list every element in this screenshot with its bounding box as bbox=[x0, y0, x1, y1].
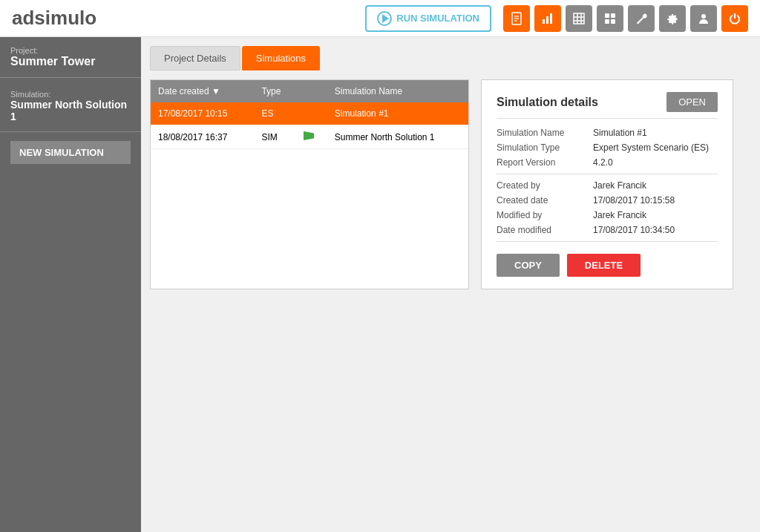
logo-ad: ad bbox=[12, 7, 34, 29]
details-divider-2 bbox=[497, 241, 718, 242]
svg-rect-12 bbox=[605, 13, 609, 18]
svg-rect-14 bbox=[605, 19, 609, 24]
col-date: Date created ▼ bbox=[151, 80, 254, 102]
sidebar-simulation-section: Simulation: Summer North Solution 1 bbox=[0, 81, 141, 128]
tab-simulations[interactable]: Simulations bbox=[242, 46, 320, 70]
row2-name: Summer North Solution 1 bbox=[327, 125, 468, 149]
detail-val-sim-name: Simulation #1 bbox=[593, 128, 647, 138]
logo: adsimulo bbox=[12, 7, 96, 30]
table-row[interactable]: 18/08/2017 16:37 SIM Summer North Soluti… bbox=[151, 125, 468, 149]
svg-point-16 bbox=[701, 14, 706, 19]
action-buttons: COPY DELETE bbox=[497, 254, 718, 277]
tiles-icon[interactable] bbox=[597, 5, 623, 32]
main-content: Project Details Simulations Date created… bbox=[141, 37, 760, 532]
detail-row-report-ver: Report Version 4.2.0 bbox=[497, 157, 718, 168]
detail-val-date-modified: 17/08/2017 10:34:50 bbox=[593, 225, 675, 235]
simulation-label: Simulation: bbox=[10, 90, 131, 99]
details-panel: Simulation details OPEN Simulation Name … bbox=[481, 79, 733, 289]
detail-val-created-by: Jarek Francik bbox=[593, 180, 646, 191]
detail-row-date-modified: Date modified 17/08/2017 10:34:50 bbox=[497, 225, 718, 235]
copy-button[interactable]: COPY bbox=[497, 254, 560, 277]
col-flag bbox=[296, 80, 327, 102]
power-icon[interactable] bbox=[721, 5, 748, 32]
tab-project-details[interactable]: Project Details bbox=[150, 46, 240, 70]
layout: Project: Summer Tower Simulation: Summer… bbox=[0, 37, 760, 532]
table-row[interactable]: 17/08/2017 10:15 ES Simulation #1 bbox=[151, 102, 468, 125]
new-simulation-button[interactable]: NEW SIMULATION bbox=[10, 141, 131, 164]
detail-key-created-by: Created by bbox=[497, 180, 593, 191]
details-divider bbox=[497, 174, 718, 174]
sidebar-project-section: Project: Summer Tower bbox=[0, 37, 141, 74]
simulations-table: Date created ▼ Type Simulation Name 17/0… bbox=[151, 80, 468, 149]
settings-icon[interactable] bbox=[659, 5, 686, 32]
detail-row-sim-type: Simulation Type Expert System Scenario (… bbox=[497, 142, 718, 153]
table-header-row: Date created ▼ Type Simulation Name bbox=[151, 80, 468, 102]
simulation-name: Summer North Solution 1 bbox=[10, 99, 131, 122]
sidebar: Project: Summer Tower Simulation: Summer… bbox=[0, 37, 141, 532]
detail-val-sim-type: Expert System Scenario (ES) bbox=[593, 142, 709, 153]
detail-val-report-ver: 4.2.0 bbox=[593, 157, 613, 168]
project-name: Summer Tower bbox=[10, 55, 131, 68]
detail-val-modified-by: Jarek Francik bbox=[593, 210, 646, 220]
run-simulation-label: RUN SIMULATION bbox=[396, 13, 479, 24]
simulations-table-panel: Date created ▼ Type Simulation Name 17/0… bbox=[150, 79, 469, 289]
row1-flag bbox=[296, 102, 327, 125]
detail-key-sim-name: Simulation Name bbox=[497, 128, 593, 138]
svg-rect-5 bbox=[546, 16, 548, 24]
detail-key-modified-by: Modified by bbox=[497, 210, 593, 220]
row1-name: Simulation #1 bbox=[327, 102, 468, 125]
grid-lines-icon[interactable] bbox=[566, 5, 592, 32]
detail-row-created-by: Created by Jarek Francik bbox=[497, 180, 718, 191]
detail-key-sim-type: Simulation Type bbox=[497, 142, 593, 153]
svg-rect-15 bbox=[611, 19, 615, 24]
detail-key-created-date: Created date bbox=[497, 195, 593, 206]
document-icon[interactable] bbox=[503, 5, 530, 32]
svg-rect-6 bbox=[550, 13, 552, 24]
detail-val-created-date: 17/08/2017 10:15:58 bbox=[593, 195, 675, 206]
detail-row-modified-by: Modified by Jarek Francik bbox=[497, 210, 718, 220]
flag-icon bbox=[304, 131, 314, 140]
svg-rect-7 bbox=[574, 13, 584, 24]
svg-rect-13 bbox=[611, 13, 615, 18]
detail-row-created-date: Created date 17/08/2017 10:15:58 bbox=[497, 195, 718, 206]
detail-key-report-ver: Report Version bbox=[497, 157, 593, 168]
col-name: Simulation Name bbox=[327, 80, 468, 102]
user-icon[interactable] bbox=[690, 5, 717, 32]
detail-row-sim-name: Simulation Name Simulation #1 bbox=[497, 128, 718, 138]
logo-simulo: simulo bbox=[34, 7, 96, 29]
content-area: Date created ▼ Type Simulation Name 17/0… bbox=[141, 70, 760, 298]
row1-date: 17/08/2017 10:15 bbox=[151, 102, 254, 125]
play-icon bbox=[377, 11, 392, 26]
row2-date: 18/08/2017 16:37 bbox=[151, 125, 254, 149]
toolbar bbox=[503, 5, 748, 32]
run-simulation-button[interactable]: RUN SIMULATION bbox=[365, 5, 491, 32]
delete-button[interactable]: DELETE bbox=[567, 254, 641, 277]
open-button[interactable]: OPEN bbox=[666, 92, 718, 112]
row2-flag bbox=[296, 125, 327, 149]
wrench-icon[interactable] bbox=[628, 5, 655, 32]
row1-type: ES bbox=[254, 102, 296, 125]
tabs: Project Details Simulations bbox=[141, 37, 760, 70]
chart-icon[interactable] bbox=[534, 5, 561, 32]
details-header: Simulation details OPEN bbox=[497, 92, 718, 119]
col-type: Type bbox=[254, 80, 296, 102]
details-title: Simulation details bbox=[497, 96, 598, 109]
project-label: Project: bbox=[10, 46, 131, 55]
svg-rect-4 bbox=[543, 19, 545, 24]
row2-type: SIM bbox=[254, 125, 296, 149]
header: adsimulo RUN SIMULATION bbox=[0, 0, 760, 37]
detail-key-date-modified: Date modified bbox=[497, 225, 593, 235]
